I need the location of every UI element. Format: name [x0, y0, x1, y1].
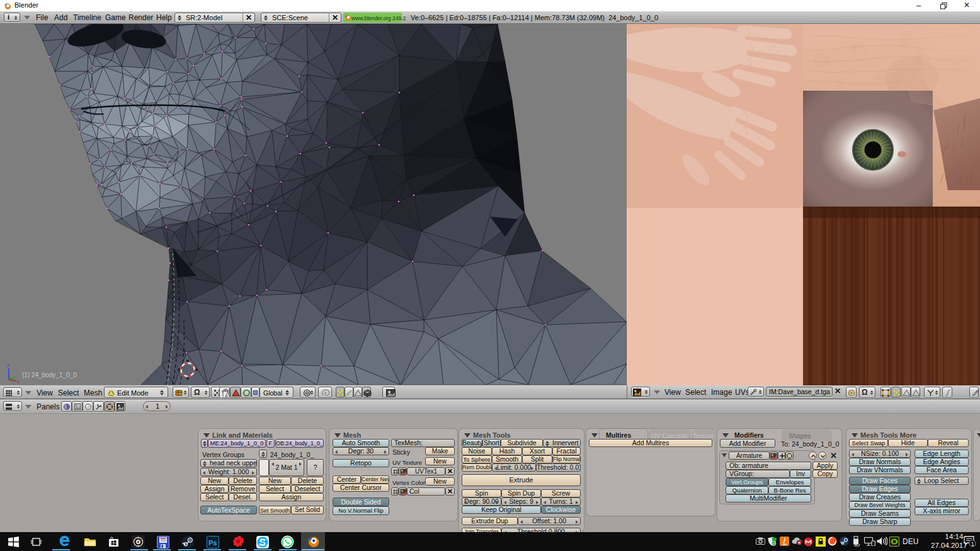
svg-text:Ps: Ps: [208, 539, 217, 547]
svg-text:1: 1: [971, 541, 974, 547]
svg-text:z: z: [7, 362, 10, 368]
svg-text:(1) 24_body_1_0_0: (1) 24_body_1_0_0: [22, 372, 77, 378]
svg-text:x: x: [17, 379, 20, 385]
